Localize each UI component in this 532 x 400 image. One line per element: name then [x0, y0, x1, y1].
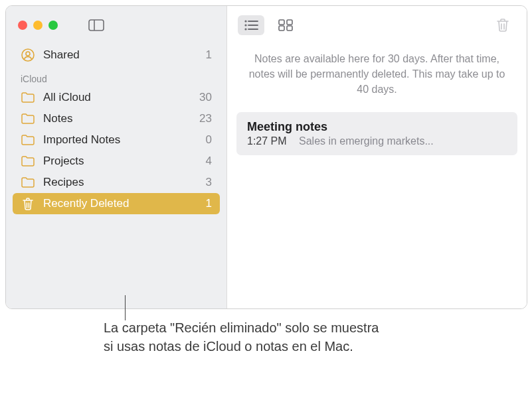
main-panel: Notes are available here for 30 days. Af…	[227, 6, 527, 308]
callout-text: La carpeta "Recién eliminado" solo se mu…	[104, 318, 383, 356]
sidebar-section-header: iCloud	[6, 66, 226, 87]
sidebar: Shared 1 iCloud All iCloud 30 Notes 23	[6, 6, 227, 308]
trash-icon	[496, 18, 509, 33]
sidebar-content: Shared 1 iCloud All iCloud 30 Notes 23	[6, 44, 226, 222]
sidebar-item-imported-notes[interactable]: Imported Notes 0	[6, 129, 226, 151]
sidebar-item-count: 0	[206, 133, 216, 147]
list-view-button[interactable]	[238, 15, 264, 35]
svg-rect-0	[89, 20, 104, 31]
trash-icon	[21, 197, 35, 210]
note-preview: Sales in emerging markets...	[299, 135, 434, 147]
svg-point-3	[26, 52, 30, 56]
sidebar-item-count: 1	[206, 197, 216, 210]
sidebar-item-label: Recently Deleted	[43, 197, 198, 210]
gallery-view-button[interactable]	[272, 15, 299, 35]
app-window: Shared 1 iCloud All iCloud 30 Notes 23	[5, 5, 527, 309]
fullscreen-window-button[interactable]	[48, 21, 58, 30]
svg-point-8	[244, 28, 246, 30]
sidebar-item-count: 1	[206, 48, 216, 62]
sidebar-item-recipes[interactable]: Recipes 3	[6, 172, 226, 193]
callout-leader-line	[125, 295, 126, 320]
note-list-item[interactable]: Meeting notes 1:27 PM Sales in emerging …	[236, 112, 517, 155]
folder-icon	[21, 135, 35, 145]
sidebar-icon	[88, 19, 104, 31]
sidebar-item-shared[interactable]: Shared 1	[6, 44, 226, 66]
minimize-window-button[interactable]	[33, 21, 43, 30]
note-time: 1:27 PM	[247, 135, 299, 147]
sidebar-item-count: 3	[206, 176, 216, 189]
sidebar-item-count: 23	[199, 112, 216, 125]
delete-button[interactable]	[489, 15, 516, 35]
svg-rect-10	[279, 20, 284, 25]
sidebar-item-count: 30	[199, 91, 216, 104]
sidebar-item-label: Shared	[43, 48, 198, 62]
sidebar-item-all-icloud[interactable]: All iCloud 30	[6, 87, 226, 108]
recently-deleted-banner: Notes are available here for 30 days. Af…	[227, 44, 527, 108]
svg-rect-12	[279, 26, 284, 31]
folder-icon	[21, 113, 35, 124]
titlebar	[6, 6, 226, 44]
shared-icon	[21, 48, 35, 62]
sidebar-item-notes[interactable]: Notes 23	[6, 108, 226, 129]
note-subline: 1:27 PM Sales in emerging markets...	[247, 135, 507, 147]
sidebar-item-label: Projects	[43, 155, 198, 168]
svg-rect-13	[287, 26, 292, 31]
svg-point-2	[22, 49, 34, 61]
sidebar-toggle-button[interactable]	[88, 19, 104, 31]
folder-icon	[21, 177, 35, 188]
window-controls	[18, 21, 58, 30]
folder-icon	[21, 156, 35, 167]
list-view-icon	[244, 20, 258, 31]
sidebar-item-label: Recipes	[43, 176, 198, 189]
sidebar-item-recently-deleted[interactable]: Recently Deleted 1	[13, 193, 220, 214]
svg-rect-11	[287, 20, 292, 25]
close-window-button[interactable]	[18, 21, 27, 30]
gallery-view-icon	[278, 19, 293, 31]
toolbar	[227, 6, 527, 44]
svg-point-4	[244, 20, 246, 22]
sidebar-item-label: Imported Notes	[43, 133, 198, 147]
sidebar-item-projects[interactable]: Projects 4	[6, 151, 226, 172]
sidebar-item-count: 4	[206, 155, 216, 168]
sidebar-item-label: All iCloud	[43, 91, 191, 104]
sidebar-item-label: Notes	[43, 112, 191, 125]
svg-point-6	[244, 24, 246, 26]
folder-icon	[21, 92, 35, 103]
note-title: Meeting notes	[247, 120, 507, 134]
